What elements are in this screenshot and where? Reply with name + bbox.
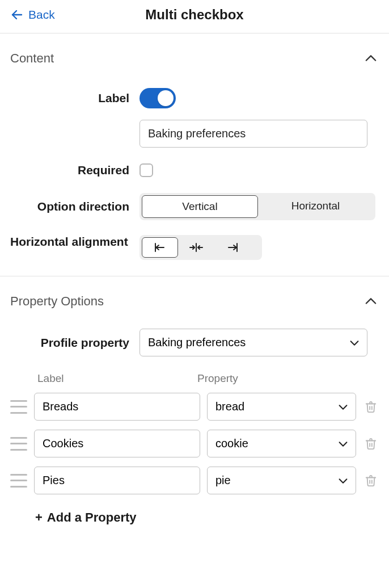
option-property-select[interactable]: bread xyxy=(207,393,356,421)
option-columns-header: Label Property xyxy=(10,362,379,388)
section-content-header[interactable]: Content xyxy=(10,33,379,72)
align-center-button[interactable] xyxy=(178,237,214,258)
direction-vertical[interactable]: Vertical xyxy=(142,195,258,218)
profile-property-select-wrap: Baking preferences xyxy=(139,329,367,356)
col-property-header: Property xyxy=(194,372,354,385)
field-halign-label: Horizontal alignment xyxy=(10,234,139,250)
halign-segmented-control xyxy=(139,235,262,260)
align-right-button[interactable] xyxy=(214,237,251,258)
section-property-options: Property Options Profile property Baking… xyxy=(0,276,389,542)
option-property-select[interactable]: pie xyxy=(207,467,356,494)
back-label: Back xyxy=(28,8,55,22)
trash-icon xyxy=(365,474,377,488)
option-label-input[interactable] xyxy=(34,393,200,421)
section-content: Content Label Required Option direction … xyxy=(0,33,389,276)
align-left-button[interactable] xyxy=(142,237,178,258)
option-property-select[interactable]: cookie xyxy=(207,430,356,457)
delete-option-button[interactable] xyxy=(363,436,379,452)
option-row: pie xyxy=(10,462,379,499)
section-content-title: Content xyxy=(10,51,54,66)
field-required-label: Required xyxy=(10,163,139,177)
page-title: Multi checkbox xyxy=(0,7,389,23)
row-profile-property: Profile property Baking preferences xyxy=(10,315,379,362)
row-required: Required xyxy=(10,153,379,183)
option-label-input[interactable] xyxy=(34,467,200,494)
option-property-select-wrap: pie xyxy=(207,467,356,494)
drag-handle-icon[interactable] xyxy=(10,474,27,488)
chevron-up-icon xyxy=(363,51,379,66)
align-right-icon xyxy=(226,242,239,253)
section-property-options-header[interactable]: Property Options xyxy=(10,276,379,315)
add-property-button[interactable]: + Add a Property xyxy=(10,499,379,542)
label-input[interactable] xyxy=(139,120,367,148)
chevron-up-icon xyxy=(363,293,379,309)
add-property-label: Add a Property xyxy=(47,510,137,525)
profile-property-select[interactable]: Baking preferences xyxy=(139,329,367,356)
align-center-icon xyxy=(189,242,204,253)
field-label-label: Label xyxy=(10,91,139,105)
option-property-select-wrap: cookie xyxy=(207,430,356,457)
label-toggle[interactable] xyxy=(139,88,176,108)
delete-option-button[interactable] xyxy=(363,473,379,489)
col-label-header: Label xyxy=(34,372,194,385)
field-direction-label: Option direction xyxy=(10,200,139,213)
required-checkbox[interactable] xyxy=(139,163,153,177)
option-rows: bread cookie pie xyxy=(10,388,379,499)
arrow-left-icon xyxy=(10,8,24,22)
row-label-toggle: Label xyxy=(10,72,379,114)
trash-icon xyxy=(365,400,377,414)
row-option-direction: Option direction Vertical Horizontal xyxy=(10,183,379,226)
option-property-select-wrap: bread xyxy=(207,393,356,421)
toggle-knob xyxy=(158,90,174,106)
drag-handle-icon[interactable] xyxy=(10,437,27,451)
plus-icon: + xyxy=(35,510,43,525)
profile-property-label: Profile property xyxy=(10,336,139,350)
direction-segmented-control: Vertical Horizontal xyxy=(139,193,375,220)
row-horizontal-alignment: Horizontal alignment xyxy=(10,226,379,276)
option-row: cookie xyxy=(10,425,379,462)
section-property-options-title: Property Options xyxy=(10,294,104,309)
option-row: bread xyxy=(10,388,379,425)
option-label-input[interactable] xyxy=(34,430,200,457)
header-bar: Back Multi checkbox xyxy=(0,0,389,33)
direction-horizontal[interactable]: Horizontal xyxy=(258,195,373,218)
row-label-input xyxy=(10,114,379,153)
trash-icon xyxy=(365,437,377,451)
back-button[interactable]: Back xyxy=(10,8,55,22)
align-left-icon xyxy=(154,242,166,253)
delete-option-button[interactable] xyxy=(363,399,379,415)
drag-handle-icon[interactable] xyxy=(10,400,27,414)
